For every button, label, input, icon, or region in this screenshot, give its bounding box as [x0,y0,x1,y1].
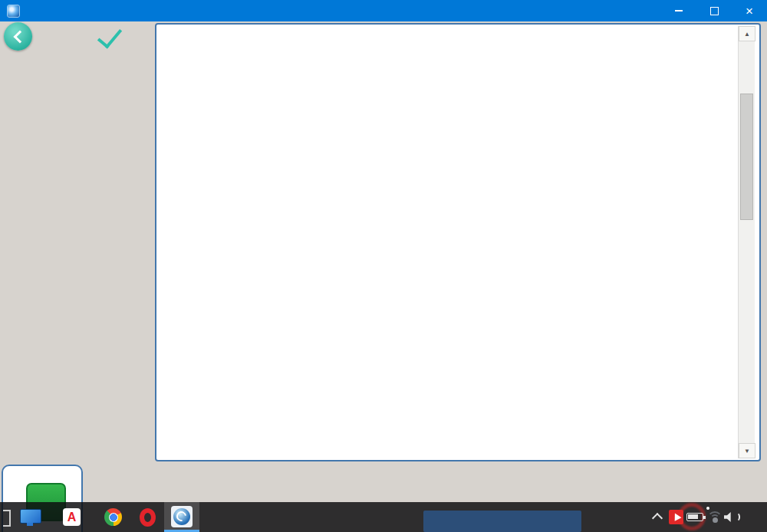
check-icon [97,23,122,49]
app-icon [7,5,20,18]
taskbar [0,502,767,532]
file-explorer-icon[interactable] [20,509,41,524]
back-button[interactable] [4,22,32,51]
app-taskbar-icon[interactable] [164,502,199,532]
app-window: ▲ ▼ [0,0,767,532]
scrollbar-thumb[interactable] [740,94,753,220]
volume-wave-icon [736,512,740,522]
charts-canvas [156,25,759,460]
battery-icon[interactable] [686,513,703,521]
volume-icon[interactable] [724,512,735,522]
chrome-icon[interactable] [104,508,122,526]
acrobat-icon[interactable] [63,508,81,526]
chart-panel: ▲ ▼ [155,23,761,461]
close-button[interactable] [732,0,767,21]
opera-icon[interactable] [140,508,156,527]
chart-scrollbar[interactable]: ▲ ▼ [738,26,755,458]
window-preview-icon[interactable] [3,510,11,527]
tray-chevron-up-icon[interactable] [652,513,663,524]
map-sensor-row [423,511,581,532]
wifi-icon[interactable] [707,511,721,522]
window-controls [661,0,767,21]
notification-dot [706,507,709,510]
scrollbar-down-arrow[interactable]: ▼ [739,443,755,458]
sidebar [0,21,155,461]
maximize-button[interactable] [696,0,732,21]
title-bar [0,0,767,21]
chevron-left-icon [13,30,26,43]
scrollbar-up-arrow[interactable]: ▲ [739,26,755,41]
minimize-button[interactable] [661,0,696,21]
remote-access-icon[interactable] [669,510,683,524]
